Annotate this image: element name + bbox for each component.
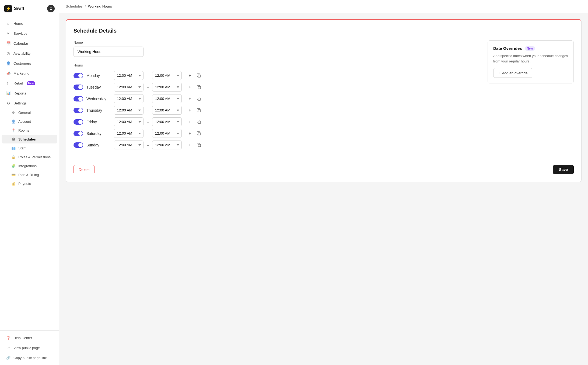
add-time-range-friday[interactable]: + [186, 118, 194, 126]
day-actions-thursday: + [186, 107, 203, 114]
start-time-sunday[interactable]: 12:00 AM1:00 AM2:00 AM3:00 AM4:00 AM5:00… [114, 141, 144, 149]
dollar-icon: 💰 [11, 181, 16, 186]
sidebar-sub-item-schedules[interactable]: 🗓 Schedules [2, 135, 57, 143]
sidebar-sub-item-label: Integrations [18, 164, 37, 168]
breadcrumb-parent[interactable]: Schedules [66, 4, 83, 8]
toggle-friday[interactable] [74, 119, 83, 125]
end-time-friday[interactable]: 12:00 AM1:00 AM2:00 AM3:00 AM4:00 AM5:00… [152, 117, 182, 126]
copy-hours-tuesday[interactable] [195, 83, 203, 91]
plus-icon: + [498, 71, 500, 75]
sidebar-sub-item-roles-permissions[interactable]: 🔒 Roles & Permissions [2, 153, 57, 161]
breadcrumb-sep: / [85, 4, 86, 8]
start-time-wednesday[interactable]: 12:00 AM1:00 AM2:00 AM3:00 AM4:00 AM5:00… [114, 94, 144, 103]
add-time-range-saturday[interactable]: + [186, 130, 194, 137]
sidebar-sub-item-integrations[interactable]: 🧩 Integrations [2, 162, 57, 170]
puzzle-icon: 🧩 [11, 164, 16, 168]
end-time-monday[interactable]: 12:00 AM1:00 AM2:00 AM3:00 AM4:00 AM5:00… [152, 71, 182, 80]
sidebar-item-customers[interactable]: 👤 Customers [2, 58, 57, 68]
calendar-icon: 📅 [6, 41, 11, 46]
sidebar-item-retail[interactable]: 🏷 Retail New [2, 78, 57, 88]
add-time-range-monday[interactable]: + [186, 72, 194, 79]
sidebar-item-reports[interactable]: 📊 Reports [2, 88, 57, 98]
card-footer: Delete Save [74, 161, 574, 174]
copy-hours-saturday[interactable] [195, 130, 203, 137]
copy-hours-thursday[interactable] [195, 107, 203, 114]
toggle-monday[interactable] [74, 73, 83, 78]
main-nav: ⌂ Home ✂ Services 📅 Calendar ◷ Availabil… [0, 17, 59, 330]
copy-hours-wednesday[interactable] [195, 95, 203, 103]
end-time-saturday[interactable]: 12:00 AM1:00 AM2:00 AM3:00 AM4:00 AM5:00… [152, 129, 182, 138]
main-content: Schedule Details Name Hours Monday12:00 … [59, 13, 588, 365]
sidebar-item-label: Marketing [13, 71, 29, 75]
bar-chart-icon: 📊 [6, 91, 11, 96]
time-range-separator: – [147, 143, 149, 147]
megaphone-icon: 📣 [6, 71, 11, 76]
start-time-friday[interactable]: 12:00 AM1:00 AM2:00 AM3:00 AM4:00 AM5:00… [114, 117, 144, 126]
sidebar-sub-item-account[interactable]: 👤 Account [2, 117, 57, 126]
sidebar-item-marketing[interactable]: 📣 Marketing [2, 68, 57, 78]
add-override-label: Add an override [502, 71, 527, 75]
day-label-wednesday: Wednesday [86, 97, 111, 101]
sidebar-item-home[interactable]: ⌂ Home [2, 19, 57, 28]
sidebar-sub-item-general[interactable]: ⚙ General [2, 108, 57, 117]
toggle-sunday[interactable] [74, 142, 83, 148]
sidebar: ⚡ Swift Z ⌂ Home ✂ Services 📅 Calendar ◷… [0, 0, 59, 365]
add-override-button[interactable]: + Add an override [493, 68, 532, 78]
name-input[interactable] [74, 47, 144, 57]
sidebar-item-label: Reports [13, 91, 26, 95]
add-time-range-tuesday[interactable]: + [186, 83, 194, 91]
location-icon: 📍 [11, 128, 16, 132]
start-time-saturday[interactable]: 12:00 AM1:00 AM2:00 AM3:00 AM4:00 AM5:00… [114, 129, 144, 138]
sidebar-sub-item-payouts[interactable]: 💰 Payouts [2, 179, 57, 188]
external-link-icon: ↗ [6, 345, 11, 350]
sidebar-item-label: Retail [13, 81, 23, 85]
save-button[interactable]: Save [553, 165, 574, 174]
toggle-thursday[interactable] [74, 108, 83, 113]
day-actions-friday: + [186, 118, 203, 126]
copy-hours-sunday[interactable] [195, 141, 203, 149]
sidebar-sub-item-label: Schedules [18, 137, 36, 141]
sidebar-item-view-public-page[interactable]: ↗ View public page [2, 343, 57, 353]
end-time-wednesday[interactable]: 12:00 AM1:00 AM2:00 AM3:00 AM4:00 AM5:00… [152, 94, 182, 103]
day-row-wednesday: Wednesday12:00 AM1:00 AM2:00 AM3:00 AM4:… [74, 94, 481, 103]
day-row-monday: Monday12:00 AM1:00 AM2:00 AM3:00 AM4:00 … [74, 71, 481, 80]
add-time-range-wednesday[interactable]: + [186, 95, 194, 103]
end-time-thursday[interactable]: 12:00 AM1:00 AM2:00 AM3:00 AM4:00 AM5:00… [152, 106, 182, 115]
add-time-range-thursday[interactable]: + [186, 107, 194, 114]
day-label-friday: Friday [86, 120, 111, 124]
hours-section: Hours Monday12:00 AM1:00 AM2:00 AM3:00 A… [74, 63, 481, 149]
add-time-range-sunday[interactable]: + [186, 141, 194, 149]
day-actions-wednesday: + [186, 95, 203, 103]
end-time-tuesday[interactable]: 12:00 AM1:00 AM2:00 AM3:00 AM4:00 AM5:00… [152, 83, 182, 92]
svg-rect-6 [198, 144, 201, 147]
toggle-wednesday[interactable] [74, 96, 83, 101]
copy-hours-friday[interactable] [195, 118, 203, 126]
delete-button[interactable]: Delete [74, 165, 94, 174]
avatar[interactable]: Z [47, 5, 55, 12]
day-label-monday: Monday [86, 73, 111, 78]
copy-hours-monday[interactable] [195, 72, 203, 79]
start-time-monday[interactable]: 12:00 AM1:00 AM2:00 AM3:00 AM4:00 AM5:00… [114, 71, 144, 80]
end-time-sunday[interactable]: 12:00 AM1:00 AM2:00 AM3:00 AM4:00 AM5:00… [152, 141, 182, 149]
day-row-thursday: Thursday12:00 AM1:00 AM2:00 AM3:00 AM4:0… [74, 106, 481, 115]
sidebar-sub-item-staff[interactable]: 👥 Staff [2, 144, 57, 152]
settings-icon: ⚙ [11, 110, 16, 115]
start-time-tuesday[interactable]: 12:00 AM1:00 AM2:00 AM3:00 AM4:00 AM5:00… [114, 83, 144, 92]
sidebar-item-settings[interactable]: ⚙ Settings [2, 98, 57, 108]
sidebar-item-label: Customers [13, 61, 31, 65]
sidebar-sub-item-plan-billing[interactable]: 💳 Plan & Billing [2, 170, 57, 179]
sidebar-sub-item-rooms[interactable]: 📍 Rooms [2, 126, 57, 135]
time-range-separator: – [147, 73, 149, 78]
toggle-tuesday[interactable] [74, 85, 83, 90]
toggle-saturday[interactable] [74, 131, 83, 136]
svg-rect-2 [198, 98, 201, 100]
users-icon: 👤 [6, 61, 11, 66]
sidebar-item-services[interactable]: ✂ Services [2, 29, 57, 38]
day-row-tuesday: Tuesday12:00 AM1:00 AM2:00 AM3:00 AM4:00… [74, 83, 481, 92]
sidebar-item-help-center[interactable]: ❓ Help Center [2, 333, 57, 343]
sidebar-item-availability[interactable]: ◷ Availability [2, 48, 57, 58]
tag-icon: 🏷 [6, 81, 11, 86]
start-time-thursday[interactable]: 12:00 AM1:00 AM2:00 AM3:00 AM4:00 AM5:00… [114, 106, 144, 115]
sidebar-item-copy-public-page-link[interactable]: 🔗 Copy public page link [2, 353, 57, 363]
sidebar-item-calendar[interactable]: 📅 Calendar [2, 38, 57, 48]
